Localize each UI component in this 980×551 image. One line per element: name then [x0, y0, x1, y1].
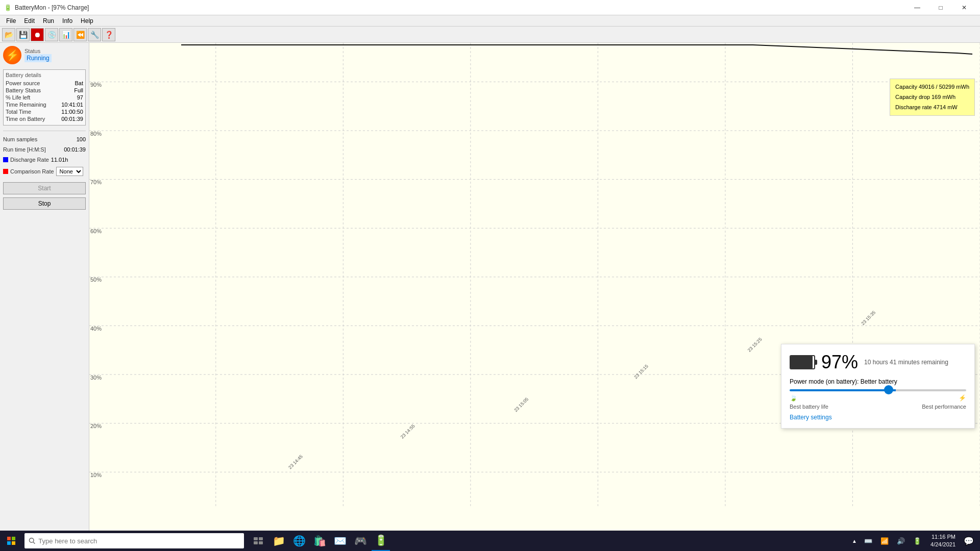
- main-layout: ⚡ Status Running Battery details Power s…: [0, 43, 980, 531]
- num-samples-row: Num samples 100: [3, 136, 86, 142]
- discharge-rate-row: Discharge Rate 11.01h: [3, 157, 86, 163]
- toolbar-open[interactable]: 📂: [2, 28, 15, 41]
- life-left-label: % Life left: [6, 94, 30, 101]
- status-label-group: Status Running: [24, 48, 52, 62]
- touchpad-icon[interactable]: ⌨️: [861, 531, 875, 551]
- time-remaining-value: 10:41:01: [61, 102, 83, 108]
- maximize-button[interactable]: □: [929, 0, 952, 15]
- menu-edit[interactable]: Edit: [20, 16, 39, 26]
- svg-text:10%: 10%: [90, 472, 102, 478]
- battery-status-value: Full: [74, 87, 83, 93]
- menu-run[interactable]: Run: [39, 16, 58, 26]
- taskbar: 📁 🌐 🛍️ ✉️ 🎮 🔋 ▲ ⌨️ 📶 🔊 🔋 11:16 PM 4/24/2…: [0, 531, 980, 551]
- menu-info[interactable]: Info: [58, 16, 77, 26]
- time-remaining-label: Time Remaining: [6, 102, 46, 108]
- slider-right-label: Best performance: [922, 404, 966, 410]
- title-left: 🔋 BatteryMon - [97% Charge]: [4, 4, 89, 11]
- notification-center-button[interactable]: 💬: [962, 531, 976, 551]
- search-input[interactable]: [38, 537, 240, 545]
- comparison-dot: [3, 169, 8, 174]
- battery-fill: [791, 356, 813, 368]
- toolbar-save[interactable]: 💾: [16, 28, 30, 41]
- comparison-rate-select[interactable]: None: [56, 167, 83, 176]
- svg-text:60%: 60%: [90, 228, 102, 234]
- run-time-label: Run time [H:M:S]: [3, 146, 46, 153]
- svg-rect-35: [12, 541, 15, 545]
- search-icon: [29, 537, 35, 544]
- discharge-rate-value: 11.01h: [51, 157, 68, 163]
- edge-browser-button[interactable]: 🌐: [290, 531, 308, 551]
- battery-time-remaining: 10 hours 41 minutes remaining: [864, 359, 948, 366]
- tool-bar: 📂 💾 ⏺ 💿 📊 ⏪ 🔧 ❓: [0, 27, 980, 43]
- toolbar-help[interactable]: ❓: [102, 28, 115, 41]
- svg-point-36: [29, 538, 34, 543]
- power-source-value: Bat: [75, 80, 83, 86]
- battery-settings-link[interactable]: Battery settings: [790, 414, 966, 421]
- stop-button[interactable]: Stop: [3, 197, 86, 210]
- toolbar-record[interactable]: ⏺: [31, 28, 44, 41]
- performance-icon: ⚡: [959, 394, 966, 402]
- num-samples-value: 100: [77, 136, 86, 142]
- battery-tray-icon[interactable]: 🔋: [910, 531, 924, 551]
- power-slider-track[interactable]: [790, 389, 966, 391]
- svg-text:30%: 30%: [90, 374, 102, 381]
- run-time-value: 00:01:39: [64, 146, 86, 153]
- start-button[interactable]: Start: [3, 182, 86, 194]
- battery-details-group: Battery details Power source Bat Battery…: [3, 69, 86, 126]
- system-tray-expand[interactable]: ▲: [850, 531, 859, 551]
- svg-line-37: [33, 542, 35, 543]
- toolbar-settings[interactable]: 🔧: [88, 28, 101, 41]
- file-explorer-button[interactable]: 📁: [270, 531, 288, 551]
- svg-text:50%: 50%: [90, 277, 102, 283]
- taskbar-search-box[interactable]: [24, 533, 244, 548]
- menu-help[interactable]: Help: [77, 16, 97, 26]
- power-source-label: Power source: [6, 80, 40, 86]
- svg-rect-0: [89, 43, 980, 531]
- system-clock[interactable]: 11:16 PM 4/24/2021: [926, 533, 960, 549]
- slider-left-label: Best battery life: [790, 404, 828, 410]
- app-icon: 🔋: [4, 4, 12, 11]
- batterymon-taskbar-button[interactable]: 🔋: [372, 531, 390, 551]
- volume-icon[interactable]: 🔊: [894, 531, 908, 551]
- tooltip-capacity: Capacity 49016 / 50299 mWh: [895, 82, 969, 92]
- svg-rect-40: [254, 541, 258, 544]
- toolbar-chart[interactable]: 📊: [59, 28, 72, 41]
- tooltip-discharge-rate: Discharge rate 4714 mW: [895, 103, 969, 113]
- chart-svg: 90% 80% 70% 60% 50% 40% 30% 20% 10% 23 1…: [89, 43, 980, 531]
- taskbar-right: ▲ ⌨️ 📶 🔊 🔋 11:16 PM 4/24/2021 💬: [850, 531, 980, 551]
- battery-percent: 97%: [821, 352, 858, 373]
- svg-rect-39: [259, 537, 263, 540]
- total-time-row: Total Time 11:00:50: [6, 109, 83, 115]
- run-time-row: Run time [H:M:S] 00:01:39: [3, 146, 86, 153]
- separator-1: [3, 131, 86, 131]
- toolbar-disk[interactable]: 💿: [45, 28, 58, 41]
- svg-rect-38: [254, 537, 258, 540]
- comparison-rate-row: Comparison Rate None: [3, 167, 86, 176]
- battery-popup-header: 97% 10 hours 41 minutes remaining: [790, 352, 966, 373]
- wifi-icon[interactable]: 📶: [877, 531, 892, 551]
- gaming-button[interactable]: 🎮: [351, 531, 370, 551]
- power-slider-container[interactable]: [790, 389, 966, 391]
- life-left-row: % Life left 97: [6, 94, 83, 101]
- start-menu-button[interactable]: [0, 531, 22, 551]
- time-on-battery-label: Time on Battery: [6, 116, 45, 122]
- minimize-button[interactable]: ―: [905, 0, 929, 15]
- power-source-row: Power source Bat: [6, 80, 83, 86]
- toolbar-back[interactable]: ⏪: [74, 28, 87, 41]
- window-title: BatteryMon - [97% Charge]: [15, 4, 89, 11]
- power-mode-label: Power mode (on battery): Better battery: [790, 378, 966, 385]
- svg-text:20%: 20%: [90, 423, 102, 429]
- taskview-button[interactable]: [249, 531, 267, 551]
- menu-file[interactable]: File: [2, 16, 20, 26]
- battery-details-title: Battery details: [6, 72, 83, 78]
- discharge-rate-label: Discharge Rate: [10, 157, 49, 163]
- status-row: ⚡ Status Running: [3, 46, 86, 64]
- close-button[interactable]: ✕: [952, 0, 976, 15]
- taskbar-app-icons: 📁 🌐 🛍️ ✉️ 🎮 🔋: [249, 531, 390, 551]
- mail-button[interactable]: ✉️: [331, 531, 349, 551]
- time-remaining-row: Time Remaining 10:41:01: [6, 102, 83, 108]
- windows-store-button[interactable]: 🛍️: [310, 531, 329, 551]
- chart-tooltip: Capacity 49016 / 50299 mWh Capacity drop…: [890, 79, 975, 116]
- power-slider-thumb[interactable]: [884, 385, 893, 394]
- svg-text:80%: 80%: [90, 131, 102, 137]
